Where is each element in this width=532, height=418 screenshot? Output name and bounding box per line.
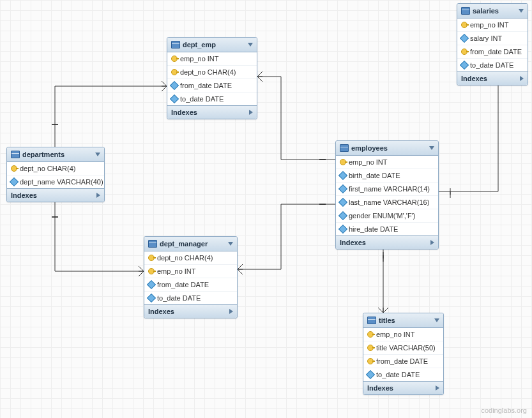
chevron-right-icon (520, 76, 524, 81)
column-label: emp_no INT (349, 158, 388, 166)
column-row[interactable]: salary INT (457, 32, 528, 45)
diamond-icon (338, 211, 347, 220)
column-row[interactable]: from_date DATE (457, 45, 528, 59)
key-icon (461, 22, 467, 28)
column-row[interactable]: to_date DATE (167, 93, 257, 105)
entity-dept-emp[interactable]: dept_empemp_no INTdept_no CHAR(4)from_da… (167, 37, 257, 119)
chevron-down-icon[interactable] (429, 146, 434, 150)
entity-departments[interactable]: departmentsdept_no CHAR(4)dept_name VARC… (6, 147, 105, 202)
table-icon (148, 240, 157, 248)
column-row[interactable]: last_name VARCHAR(16) (336, 196, 438, 209)
column-row[interactable]: emp_no INT (457, 19, 528, 32)
column-row[interactable]: emp_no INT (336, 156, 438, 169)
chevron-right-icon (430, 240, 434, 245)
column-label: last_name VARCHAR(16) (349, 198, 429, 206)
table-icon (11, 151, 20, 158)
table-icon (367, 317, 376, 324)
entity-title: departments (22, 151, 93, 158)
column-label: emp_no INT (470, 21, 509, 29)
column-row[interactable]: to_date DATE (363, 368, 443, 381)
column-label: to_date DATE (157, 294, 201, 302)
table-icon (340, 144, 349, 152)
entity-header[interactable]: dept_manager (144, 237, 237, 251)
indexes-label: Indexes (461, 75, 487, 82)
column-row[interactable]: dept_name VARCHAR(40) (7, 175, 104, 188)
chevron-down-icon[interactable] (228, 242, 233, 246)
column-label: from_date DATE (470, 48, 522, 56)
entity-dept-manager[interactable]: dept_managerdept_no CHAR(4)emp_no INTfro… (144, 236, 238, 318)
entity-header[interactable]: dept_emp (167, 38, 257, 52)
entity-titles[interactable]: titlesemp_no INTtitle VARCHAR(50)from_da… (363, 313, 444, 395)
column-row[interactable]: to_date DATE (457, 59, 528, 71)
chevron-right-icon (436, 385, 439, 391)
entity-header[interactable]: titles (363, 313, 443, 328)
column-label: gender ENUM('M','F') (349, 212, 415, 220)
indexes-section[interactable]: Indexes (363, 381, 443, 394)
entity-header[interactable]: salaries (457, 4, 528, 19)
diamond-icon (170, 81, 179, 90)
entity-salaries[interactable]: salariesemp_no INTsalary INTfrom_date DA… (457, 3, 528, 86)
diamond-icon (338, 171, 347, 180)
column-label: from_date DATE (157, 281, 209, 288)
column-label: first_name VARCHAR(14) (349, 185, 430, 193)
column-label: birth_date DATE (349, 172, 400, 179)
diamond-icon (338, 198, 347, 207)
column-label: from_date DATE (180, 82, 232, 89)
key-icon (367, 345, 374, 351)
indexes-section[interactable]: Indexes (167, 105, 257, 119)
column-label: to_date DATE (180, 95, 224, 103)
diamond-icon (10, 177, 19, 186)
column-row[interactable]: hire_date DATE (336, 223, 438, 235)
indexes-section[interactable]: Indexes (457, 71, 528, 85)
column-list: dept_no CHAR(4)dept_name VARCHAR(40) (7, 162, 104, 188)
indexes-label: Indexes (148, 308, 174, 315)
table-icon (461, 7, 470, 15)
column-row[interactable]: emp_no INT (167, 52, 257, 66)
entity-title: titles (379, 317, 432, 324)
indexes-label: Indexes (171, 108, 197, 116)
column-label: title VARCHAR(50) (376, 344, 436, 352)
column-label: emp_no INT (157, 267, 196, 275)
chevron-down-icon[interactable] (95, 153, 100, 156)
diamond-icon (147, 280, 156, 289)
column-row[interactable]: from_date DATE (363, 355, 443, 368)
column-row[interactable]: birth_date DATE (336, 169, 438, 183)
chevron-down-icon[interactable] (519, 9, 524, 13)
entity-employees[interactable]: employeesemp_no INTbirth_date DATEfirst_… (335, 140, 439, 250)
chevron-down-icon[interactable] (248, 43, 253, 47)
entity-title: dept_manager (160, 240, 225, 248)
indexes-section[interactable]: Indexes (7, 188, 104, 202)
canvas-grid (0, 0, 532, 418)
indexes-label: Indexes (367, 384, 393, 392)
column-row[interactable]: emp_no INT (144, 265, 237, 278)
key-icon (148, 268, 155, 274)
diamond-icon (147, 294, 156, 302)
indexes-section[interactable]: Indexes (336, 235, 438, 249)
column-row[interactable]: from_date DATE (144, 278, 237, 292)
column-row[interactable]: title VARCHAR(50) (363, 341, 443, 355)
chevron-right-icon (249, 110, 253, 115)
column-label: to_date DATE (376, 371, 420, 378)
column-row[interactable]: to_date DATE (144, 292, 237, 304)
entity-header[interactable]: departments (7, 147, 104, 162)
indexes-label: Indexes (340, 239, 366, 246)
chevron-down-icon[interactable] (434, 318, 439, 322)
column-label: dept_no CHAR(4) (157, 254, 213, 262)
column-row[interactable]: from_date DATE (167, 79, 257, 93)
indexes-section[interactable]: Indexes (144, 304, 237, 318)
diamond-icon (170, 94, 179, 103)
column-row[interactable]: first_name VARCHAR(14) (336, 183, 438, 196)
column-list: emp_no INTdept_no CHAR(4)from_date DATEt… (167, 52, 257, 105)
column-row[interactable]: emp_no INT (363, 328, 443, 341)
column-row[interactable]: gender ENUM('M','F') (336, 209, 438, 223)
entity-title: employees (351, 144, 427, 152)
column-row[interactable]: dept_no CHAR(4) (144, 251, 237, 265)
column-label: emp_no INT (376, 331, 415, 338)
diamond-icon (366, 370, 375, 379)
entity-title: salaries (473, 7, 516, 15)
entity-header[interactable]: employees (336, 141, 438, 156)
column-row[interactable]: dept_no CHAR(4) (167, 66, 257, 79)
table-icon (171, 41, 180, 49)
column-label: dept_name VARCHAR(40) (20, 178, 103, 186)
column-row[interactable]: dept_no CHAR(4) (7, 162, 104, 175)
